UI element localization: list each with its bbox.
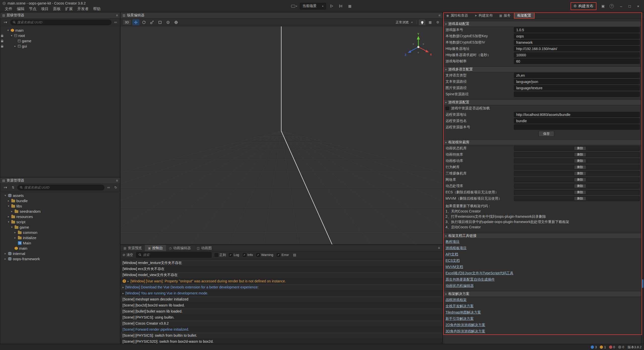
expand-arrow-icon[interactable]: ▸ — [4, 257, 7, 260]
tree-node-resources[interactable]: ▸resources — [0, 214, 120, 219]
lock-icon[interactable] — [1, 35, 3, 37]
lock-icon[interactable] — [1, 46, 3, 48]
hierarchy-search[interactable] — [10, 20, 111, 25]
assets-search-input[interactable] — [24, 186, 102, 189]
console-filter-0[interactable]: ✓Log — [229, 253, 239, 257]
log-row[interactable]: !▸[Window] [Vue warn]: Property "onInput… — [120, 278, 442, 284]
axis-gizmo[interactable]: Y X Z — [402, 32, 435, 60]
field-input[interactable] — [514, 73, 640, 78]
log-row[interactable]: [Scene] Forward render pipeline initiali… — [120, 326, 442, 332]
move-tool-button[interactable] — [132, 19, 139, 25]
mode-3d-toggle[interactable]: 3D — [123, 19, 131, 25]
status-badge-warning[interactable]: 1 — [600, 345, 606, 349]
console-tab-1[interactable]: ▣控制台 — [145, 245, 166, 251]
grid-toggle-button[interactable]: ▦ — [427, 20, 433, 25]
field-input[interactable] — [514, 27, 640, 32]
log-row[interactable]: [Window] render_texture文件夹不存在 — [120, 260, 442, 266]
field-input[interactable] — [514, 85, 640, 91]
tree-node-libs[interactable]: ▾libs — [0, 203, 120, 209]
delete-button[interactable]: 删除 — [574, 159, 586, 163]
scene-settings-button[interactable]: ⚙ — [435, 20, 440, 25]
field-input[interactable] — [514, 52, 640, 58]
menu-item-5[interactable]: 扩展 — [63, 6, 75, 12]
window-close-button[interactable]: × — [634, 1, 642, 12]
section-solutions[interactable]: ▾框架解决方案 — [443, 291, 644, 297]
view-mode-dropdown[interactable]: 正常浏览 ▾ — [394, 19, 415, 25]
scrollbar-thumb[interactable] — [641, 279, 643, 288]
layout-button[interactable]: ▦ — [346, 3, 353, 9]
expand-arrow-icon[interactable]: ▾ — [7, 220, 10, 224]
tree-node-gui[interactable]: ▸gui — [0, 43, 120, 49]
delete-button[interactable]: 删除 — [574, 184, 586, 188]
log-row[interactable]: [Scene] [PHYSICS2D]: switch from box2d-w… — [120, 338, 442, 344]
help-button[interactable]: ? — [610, 4, 614, 8]
log-row[interactable]: [Scene] [PHYSICS]: using builtin. — [120, 314, 442, 320]
lock-icon[interactable] — [1, 40, 3, 42]
solution-link[interactable]: 全栈开发解决方案 — [446, 304, 474, 309]
play-button[interactable] — [328, 3, 335, 9]
solution-link[interactable]: 2D角色扮演游戏解决方案 — [446, 323, 485, 327]
console-filter-3[interactable]: ✓Error — [277, 253, 289, 257]
step-button[interactable] — [337, 3, 344, 9]
tree-node-game[interactable]: game — [0, 38, 120, 43]
tree-node-common[interactable]: ▸common — [0, 230, 120, 235]
tree-node-main[interactable]: main — [0, 246, 120, 251]
remote-load-checkbox[interactable] — [446, 107, 449, 110]
delete-button[interactable]: 删除 — [574, 190, 586, 194]
tree-node-game[interactable]: ▾game — [0, 225, 120, 230]
delete-button[interactable]: 删除 — [574, 197, 586, 201]
inspector-tab-1[interactable]: ➤构建发布 — [471, 12, 496, 19]
doc-link[interactable]: MVVM文档 — [446, 265, 463, 269]
create-asset-button[interactable]: +▾ — [2, 185, 9, 190]
hierarchy-search-input[interactable] — [17, 20, 109, 24]
regex-toggle[interactable]: 正则 — [215, 253, 226, 257]
tree-node-script[interactable]: ▾script — [0, 219, 120, 225]
inspector-tab-0[interactable]: ◉属性检查器 — [443, 12, 471, 19]
log-row[interactable]: [Window] ecs文件夹不存在 — [120, 266, 442, 272]
window-maximize-button[interactable]: □ — [625, 1, 634, 12]
clear-console-button[interactable]: ⊘ 清空 — [123, 253, 133, 257]
field-input[interactable] — [514, 112, 640, 117]
expand-arrow-icon[interactable]: ▸ — [14, 231, 17, 234]
log-row[interactable]: ▸[Window] Download the Vue Devtools exte… — [120, 284, 442, 290]
console-search-input[interactable] — [143, 253, 209, 257]
expand-arrow-icon[interactable]: ▸ — [7, 199, 10, 202]
status-badge-error[interactable]: 0 — [609, 345, 615, 349]
menu-item-6[interactable]: 开发者 — [75, 6, 91, 12]
field-input[interactable] — [514, 59, 640, 64]
tree-node-assets[interactable]: ▾assets — [0, 193, 120, 198]
expand-arrow-icon[interactable]: ▸ — [123, 292, 124, 295]
delete-button[interactable]: 删除 — [574, 165, 586, 169]
expand-arrow-icon[interactable]: ▾ — [7, 204, 10, 208]
solution-link[interactable]: 新手引导解决方案 — [446, 317, 474, 321]
doc-link[interactable]: ECS文档 — [446, 258, 460, 263]
rotate-tool-button[interactable] — [140, 19, 147, 25]
panel-menu-icon[interactable]: ≡ — [116, 13, 118, 17]
expand-arrow-icon[interactable]: ▸ — [4, 252, 7, 255]
field-input[interactable] — [514, 118, 640, 123]
doc-link[interactable]: 教程项目 — [446, 240, 460, 244]
expand-arrow-icon[interactable]: ▸ — [123, 286, 124, 289]
assets-search[interactable] — [17, 185, 104, 190]
console-search[interactable] — [136, 252, 212, 258]
scrollbar[interactable] — [641, 19, 644, 344]
field-input[interactable] — [514, 79, 640, 84]
rect-tool-button[interactable] — [156, 19, 164, 25]
pivot-toggle-button[interactable] — [165, 19, 172, 25]
create-node-button[interactable]: +▾ — [2, 20, 9, 25]
inspector-tab-3[interactable]: 框架配置 — [514, 12, 535, 19]
tree-node-root[interactable]: ▾root — [0, 33, 120, 38]
menu-item-1[interactable]: 编辑 — [15, 6, 27, 12]
panel-menu-icon[interactable]: ≡ — [438, 13, 440, 17]
tree-node-bundle[interactable]: ▸bundle — [0, 198, 120, 203]
console-tab-2[interactable]: ◷动画编辑器 — [166, 245, 194, 251]
solution-link[interactable]: 战棋游戏框架 — [446, 298, 467, 302]
window-minimize-button[interactable]: – — [617, 1, 625, 12]
field-input[interactable] — [514, 124, 640, 130]
menu-item-0[interactable]: 文件 — [3, 6, 15, 12]
section-docs[interactable]: ▾框架文档工具链接 — [443, 233, 644, 239]
menu-item-3[interactable]: 项目 — [39, 6, 51, 12]
console-filter-2[interactable]: ✓Warning — [256, 253, 273, 257]
panel-menu-icon[interactable]: ≡ — [438, 246, 440, 250]
log-row[interactable]: [Scene] [bullet]:bullet wasm lib loaded. — [120, 308, 442, 314]
